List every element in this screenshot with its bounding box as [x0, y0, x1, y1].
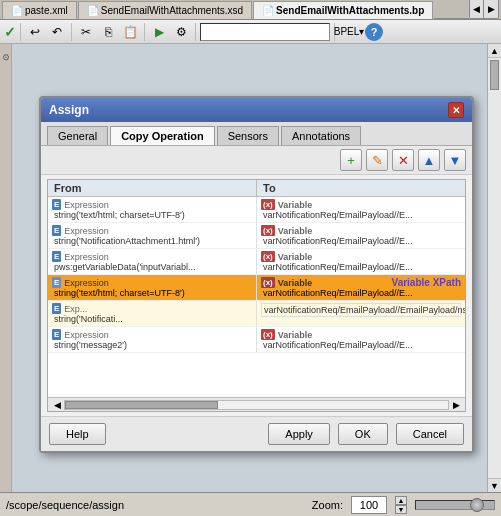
apply-button[interactable]: Apply — [268, 423, 330, 445]
scroll-left-btn[interactable]: ◀ — [50, 400, 64, 410]
add-copy-btn[interactable]: + — [340, 149, 362, 171]
from-type-5: Expression — [64, 330, 109, 340]
assign-dialog: Assign ✕ General Copy Operation Sensors — [39, 96, 474, 453]
col-to: To — [257, 180, 465, 196]
dialog-toolbar: + ✎ ✕ ▲ ▼ — [41, 146, 472, 175]
to-val-1: varNotificationReq/EmailPayload//E... — [261, 236, 461, 246]
search-input[interactable] — [200, 23, 330, 41]
app-toolbar: ✓ ↩ ↶ ✂ ⎘ 📋 ▶ ⚙ BPEL▾ ? — [0, 20, 501, 44]
help-icon-btn[interactable]: ? — [365, 23, 383, 41]
file-tabs: 📄 paste.xml 📄 SendEmailWithAttachments.x… — [0, 0, 501, 20]
xsd-icon: 📄 — [87, 5, 99, 16]
to-val-5: varNotificationReq/EmailPayload//E... — [261, 340, 461, 350]
tab-empty-space — [434, 18, 469, 19]
move-down-btn[interactable]: ▼ — [444, 149, 466, 171]
table-row-selected[interactable]: E Expression string('text/html; charset=… — [48, 275, 465, 301]
sep4 — [195, 23, 196, 41]
scroll-track[interactable] — [64, 400, 449, 410]
toolbar-run-btn[interactable]: ▶ — [149, 22, 169, 42]
tab-sensors[interactable]: Sensors — [217, 126, 279, 145]
to-type-2: Variable — [278, 252, 313, 262]
nav-next-button[interactable]: ▶ — [484, 0, 498, 18]
from-val-3: string('text/html; charset=UTF-8') — [52, 288, 252, 298]
help-button[interactable]: Help — [49, 423, 106, 445]
cancel-button[interactable]: Cancel — [396, 423, 464, 445]
scroll-track-vert — [488, 58, 501, 478]
from-type-0: Expression — [64, 200, 109, 210]
table-body[interactable]: E Expression string('text/html; charset=… — [48, 197, 465, 397]
sidebar-strip: ⚙ — [0, 44, 12, 492]
toolbar-back-btn[interactable]: ↩ — [25, 22, 45, 42]
toolbar-paste-btn[interactable]: 📋 — [120, 22, 140, 42]
nav-prev-button[interactable]: ◀ — [470, 0, 484, 18]
tab-annotations[interactable]: Annotations — [281, 126, 361, 145]
from-type-2: Expression — [64, 252, 109, 262]
variable-icon: (x) — [261, 225, 275, 236]
from-type-4: Exp... — [64, 304, 87, 314]
file-tab-xsd[interactable]: 📄 SendEmailWithAttachments.xsd — [78, 1, 252, 19]
toolbar-undo-btn[interactable]: ↶ — [47, 22, 67, 42]
dialog-close-button[interactable]: ✕ — [448, 102, 464, 118]
to-type-1: Variable — [278, 226, 313, 236]
variable-xpath-tooltip: Variable XPath — [392, 277, 461, 288]
delete-copy-btn[interactable]: ✕ — [392, 149, 414, 171]
bp-icon: 📄 — [262, 5, 274, 16]
variable-icon: (x) — [261, 251, 275, 262]
sidebar-label: ⚙ — [1, 52, 11, 62]
cell-from-3: E Expression string('text/html; charset=… — [48, 275, 257, 300]
bpel-label: BPEL▾ — [334, 26, 365, 37]
horizontal-scrollbar[interactable]: ◀ ▶ — [48, 397, 465, 411]
expression-icon: E — [52, 225, 61, 236]
variable-icon: (x) — [261, 277, 275, 288]
cell-from-4: E Exp... string('Notificati... — [48, 301, 257, 326]
vertical-scrollbar[interactable]: ▲ ▼ — [487, 44, 501, 492]
cell-to-2: (x) Variable varNotificationReq/EmailPay… — [257, 249, 465, 274]
dialog-titlebar: Assign ✕ — [41, 98, 472, 122]
expression-icon: E — [52, 303, 61, 314]
tab-general[interactable]: General — [47, 126, 108, 145]
expression-icon: E — [52, 277, 61, 288]
scroll-up-btn[interactable]: ▲ — [488, 44, 501, 58]
to-val-3: varNotificationReq/EmailPayload//E... — [261, 288, 461, 298]
table-row[interactable]: E Expression pws:getVariableData('inputV… — [48, 249, 465, 275]
table-header: From To — [48, 180, 465, 197]
cell-from-2: E Expression pws:getVariableData('inputV… — [48, 249, 257, 274]
edit-copy-btn[interactable]: ✎ — [366, 149, 388, 171]
to-val-2: varNotificationReq/EmailPayload//E... — [261, 262, 461, 272]
from-val-5: string('message2') — [52, 340, 252, 350]
zoom-up-btn[interactable]: ▲ — [395, 496, 407, 505]
cell-to-3: (x) Variable Variable XPath varNotificat… — [257, 275, 465, 300]
canvas-area: Assign ✕ General Copy Operation Sensors — [12, 44, 501, 492]
table-row[interactable]: E Exp... string('Notificati... varNotifi… — [48, 301, 465, 327]
from-type-3: Expression — [64, 278, 109, 288]
tab-copy-operation[interactable]: Copy Operation — [110, 126, 215, 145]
assign-table: From To E Expression — [47, 179, 466, 412]
table-row[interactable]: E Expression string('text/html; charset=… — [48, 197, 465, 223]
zoom-down-btn[interactable]: ▼ — [395, 505, 407, 514]
cell-from-1: E Expression string('NotificationAttachm… — [48, 223, 257, 248]
variable-icon: (x) — [261, 199, 275, 210]
ok-button[interactable]: OK — [338, 423, 388, 445]
toolbar-cut-btn[interactable]: ✂ — [76, 22, 96, 42]
from-type-1: Expression — [64, 226, 109, 236]
dialog-backdrop: Assign ✕ General Copy Operation Sensors — [12, 88, 501, 468]
file-tab-paste[interactable]: 📄 paste.xml — [2, 1, 77, 19]
toolbar-copy-btn[interactable]: ⎘ — [98, 22, 118, 42]
table-row[interactable]: E Expression string('message2') (x) Vari… — [48, 327, 465, 353]
bpel-btn[interactable]: BPEL▾ — [339, 22, 359, 42]
file-tab-bp[interactable]: 📄 SendEmailWithAttachments.bp — [253, 1, 433, 19]
zoom-input[interactable] — [351, 496, 387, 514]
move-up-btn[interactable]: ▲ — [418, 149, 440, 171]
scroll-down-btn[interactable]: ▼ — [488, 478, 501, 492]
xml-icon: 📄 — [11, 5, 23, 16]
toolbar-settings-btn[interactable]: ⚙ — [171, 22, 191, 42]
from-val-0: string('text/html; charset=UTF-8') — [52, 210, 252, 220]
variable-icon: (x) — [261, 329, 275, 340]
sep3 — [144, 23, 145, 41]
table-row[interactable]: E Expression string('NotificationAttachm… — [48, 223, 465, 249]
scroll-right-btn[interactable]: ▶ — [449, 400, 463, 410]
expression-icon: E — [52, 329, 61, 340]
zoom-slider[interactable] — [415, 500, 495, 510]
slider-thumb — [470, 498, 484, 512]
from-val-1: string('NotificationAttachment1.html') — [52, 236, 252, 246]
